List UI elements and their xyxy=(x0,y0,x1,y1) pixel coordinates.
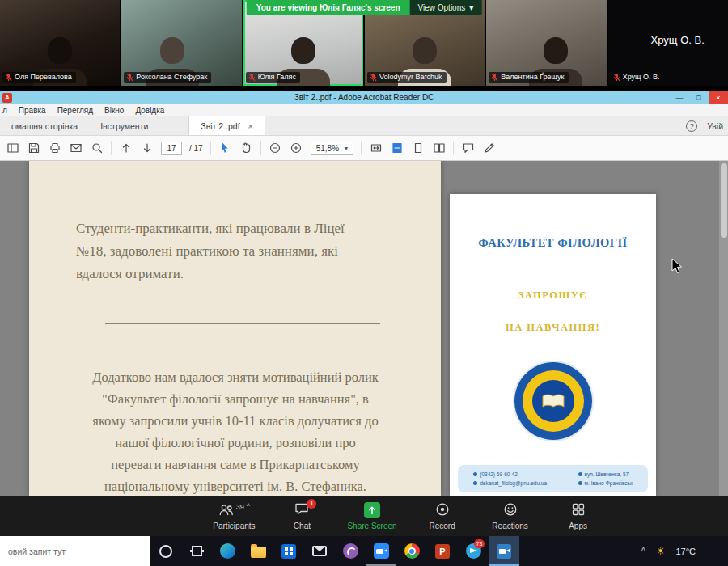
participant-name: Оля Перевалова xyxy=(15,73,72,81)
search-icon[interactable] xyxy=(90,142,104,155)
camera-app-button[interactable] xyxy=(489,536,519,566)
tab-tools[interactable]: Інструменти xyxy=(89,116,159,135)
zoom-meeting-screen: Оля Перевалова Роксолана Стефурак Юлія Г… xyxy=(0,0,728,566)
file-explorer-button[interactable] xyxy=(243,536,273,566)
single-page-icon[interactable] xyxy=(411,142,425,155)
previous-page-icon[interactable] xyxy=(119,142,133,155)
reactions-label: Reactions xyxy=(492,522,527,530)
tab-document[interactable]: Звіт 2..pdf × xyxy=(188,116,265,135)
mail-button[interactable] xyxy=(304,536,335,566)
apps-button[interactable]: Apps xyxy=(556,502,601,530)
zoom-app-button[interactable] xyxy=(366,536,396,566)
video-tile[interactable]: Валентина Ґрещук xyxy=(486,0,606,86)
sign-in-link[interactable]: Увій xyxy=(707,121,723,131)
mic-muted-icon xyxy=(5,73,12,82)
task-view-button[interactable] xyxy=(181,536,212,566)
participant-name-badge: Оля Перевалова xyxy=(2,72,76,83)
sidebar-panel-icon[interactable] xyxy=(6,142,19,155)
menu-help[interactable]: Довідка xyxy=(129,106,170,115)
toolbar-separator xyxy=(453,141,454,155)
acrobat-tabbar: омашня сторінка Інструменти Звіт 2..pdf … xyxy=(0,116,728,136)
cortana-button[interactable] xyxy=(150,536,181,566)
open-book-icon xyxy=(541,392,565,410)
zoom-in-icon[interactable] xyxy=(290,142,303,155)
two-page-icon[interactable] xyxy=(432,142,446,155)
email-icon xyxy=(473,481,477,485)
tab-document-label: Звіт 2..pdf xyxy=(201,121,239,131)
fit-page-icon[interactable] xyxy=(390,142,404,155)
acrobat-toolbar: 17 / 17 51,8% ▾ xyxy=(0,136,728,161)
location-pin-icon xyxy=(578,472,582,476)
mic-muted-icon xyxy=(613,73,620,82)
page-number-input[interactable]: 17 xyxy=(161,142,182,155)
minimize-button[interactable]: — xyxy=(670,91,689,104)
edge-button[interactable] xyxy=(212,536,243,566)
share-screen-button[interactable]: Share Screen xyxy=(347,502,396,530)
pdf-viewer[interactable]: Студенти-практиканти, які працювали в Лі… xyxy=(0,161,728,496)
chevron-up-icon[interactable]: ^ xyxy=(247,502,250,510)
zoom-level-value: 51,8% xyxy=(316,144,339,153)
save-icon[interactable] xyxy=(27,142,40,155)
comment-icon[interactable] xyxy=(461,142,475,155)
close-button[interactable]: × xyxy=(709,91,728,104)
acrobat-titlebar[interactable]: A Звіт 2..pdf - Adobe Acrobat Reader DC … xyxy=(0,91,728,104)
temperature-label[interactable]: 17°C xyxy=(675,547,696,556)
fit-width-icon[interactable] xyxy=(369,142,383,155)
participants-button[interactable]: 39 ^ Participants xyxy=(211,502,256,530)
draw-pencil-icon[interactable] xyxy=(482,142,496,155)
taskbar-search-input[interactable]: овий запит тут xyxy=(0,536,150,566)
scrollbar-thumb[interactable] xyxy=(721,163,727,238)
city-icon xyxy=(578,481,582,485)
reactions-button[interactable]: Reactions xyxy=(488,502,533,530)
help-icon[interactable]: ? xyxy=(686,120,697,132)
video-tile[interactable]: Роксолана Стефурак xyxy=(121,0,241,86)
maximize-button[interactable]: □ xyxy=(689,91,709,104)
share-screen-icon xyxy=(364,502,380,518)
viber-icon xyxy=(343,543,358,559)
email-icon[interactable] xyxy=(69,142,83,155)
page-count-label: / 17 xyxy=(189,144,203,153)
tray-chevron-up-icon[interactable]: ^ xyxy=(641,547,645,555)
apps-label: Apps xyxy=(569,522,587,530)
view-options-button[interactable]: View Options ▾ xyxy=(410,0,482,15)
share-screen-label: Share Screen xyxy=(347,522,396,530)
pdf-page-flyer: ФАКУЛЬТЕТ ФІЛОЛОГІЇ ЗАПРОШУЄ НА НАВЧАННЯ… xyxy=(450,194,656,496)
zoom-level-dropdown[interactable]: 51,8% ▾ xyxy=(311,142,353,155)
vertical-scrollbar[interactable] xyxy=(719,161,728,496)
telegram-button[interactable]: 73 xyxy=(458,536,489,566)
acrobat-app-icon: A xyxy=(2,93,12,103)
mouse-cursor xyxy=(671,258,683,275)
powerpoint-button[interactable]: P xyxy=(427,536,458,566)
menu-edit[interactable]: Правка xyxy=(13,106,52,115)
video-tile-no-video[interactable]: Хрущ О. В. Хрущ О. В. xyxy=(608,0,728,86)
toolbar-separator xyxy=(260,141,261,155)
hand-tool-icon[interactable] xyxy=(239,142,253,155)
chrome-button[interactable] xyxy=(396,536,427,566)
contact-card: (0342) 59-60-42 dekanat_filolog@pnu.edu.… xyxy=(458,465,648,492)
contact-address: вул. Шевченка, 57 xyxy=(585,471,629,477)
menu-view[interactable]: Перегляд xyxy=(52,106,99,115)
next-page-icon[interactable] xyxy=(140,142,154,155)
meeting-toolbar: 39 ^ Participants 1 Chat Share Screen xyxy=(0,496,728,536)
menu-window[interactable]: Вікно xyxy=(99,106,129,115)
microsoft-store-icon xyxy=(281,544,296,559)
print-icon[interactable] xyxy=(48,142,61,155)
zoom-out-icon[interactable] xyxy=(269,142,282,155)
participants-count: 39 xyxy=(236,503,244,511)
viewing-screen-message: You are viewing Юлія Галяс's screen xyxy=(247,0,410,15)
tab-home[interactable]: омашня сторінка xyxy=(0,116,89,135)
mic-muted-icon xyxy=(370,73,377,82)
tab-close-icon[interactable]: × xyxy=(248,121,253,131)
video-tile[interactable]: Оля Перевалова xyxy=(0,0,120,86)
participant-name-badge: Роксолана Стефурак xyxy=(124,72,211,83)
reactions-icon xyxy=(503,502,518,517)
record-button[interactable]: Record xyxy=(420,502,465,530)
viber-button[interactable] xyxy=(335,536,366,566)
microsoft-store-button[interactable] xyxy=(273,536,304,566)
flyer-title: ФАКУЛЬТЕТ ФІЛОЛОГІЇ xyxy=(450,236,656,250)
chat-button[interactable]: 1 Chat xyxy=(279,502,324,530)
participant-name-badge: Хрущ О. В. xyxy=(611,72,664,83)
menu-file[interactable]: л xyxy=(0,106,13,115)
select-tool-icon[interactable] xyxy=(218,142,232,155)
record-icon xyxy=(435,502,450,517)
